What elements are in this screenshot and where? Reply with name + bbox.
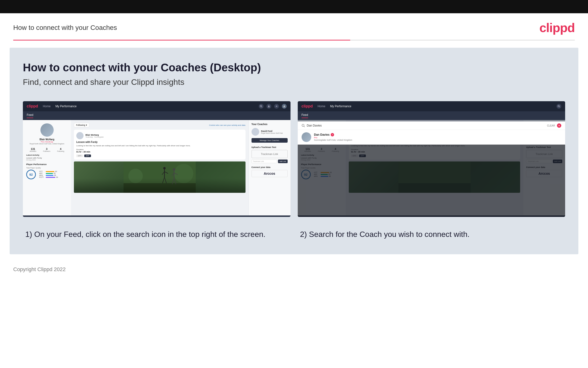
followers-label: Followers: [43, 150, 50, 152]
top-bar: [0, 0, 588, 13]
mock-content-1: Blair McHarg Plus Handicap Royal North D…: [23, 120, 290, 215]
content-title: How to connect with your Coaches (Deskto…: [23, 61, 565, 74]
screenshot-2: clippd Home My Performance Feed: [298, 101, 565, 217]
post-avatar: [76, 132, 84, 139]
post-user-name: Blair McHarg: [86, 134, 104, 136]
svg-point-9: [163, 167, 166, 169]
lesson-title: Lesson with Fordy: [76, 141, 243, 143]
activities-count: 131: [30, 147, 36, 150]
mock-logo-1: clippd: [27, 104, 38, 109]
trackman-input-row: Trackman Link Add Link: [252, 159, 288, 163]
following-label: Following: [57, 150, 64, 152]
duration-value: 01 hr : 30 min: [76, 151, 90, 153]
search-overlay: Dan Davies CLEAR × Dan Davies: [298, 121, 565, 217]
mock-nav-icons: [259, 104, 287, 109]
arccos-logo: Arccos: [252, 170, 288, 177]
header-divider: [13, 40, 575, 40]
search-icon-2[interactable]: [556, 104, 561, 109]
stat-followers: 3 Followers: [43, 147, 50, 152]
search-icon[interactable]: [259, 104, 263, 109]
avatar-icon[interactable]: [282, 104, 287, 109]
player-perf-title: Player Performance: [26, 163, 68, 166]
user-name: Blair McHarg: [39, 138, 54, 141]
coach-club: Royal North Devon Golf Club: [261, 132, 283, 134]
control-link[interactable]: Control who can see your activity and da…: [209, 124, 246, 126]
svg-line-22: [559, 107, 560, 108]
result-avatar: [302, 132, 311, 142]
search-result-item[interactable]: Dan Davies ✓ Pro Sunningdale Golf Club, …: [298, 130, 565, 145]
svg-line-1: [261, 107, 262, 108]
steps-row: 1) On your Feed, click on the search ico…: [23, 229, 565, 240]
coach-name: David Ford: [261, 130, 283, 132]
mock-nav-performance-2: My Performance: [330, 105, 351, 108]
stat-activities: 131 Activities: [30, 147, 36, 152]
footer: Copyright Clippd 2022: [0, 261, 588, 277]
page-title: How to connect with your Coaches: [13, 24, 117, 32]
step-2-description: 2) Search for the Coach you wish to conn…: [298, 229, 565, 240]
mock-browser-1: clippd Home My Performance: [23, 101, 290, 217]
mock-logo-2: clippd: [302, 104, 313, 109]
header: How to connect with your Coaches clippd: [0, 13, 588, 40]
stat-following: 4 Following: [57, 147, 64, 152]
ott-bar: OTT 90: [39, 171, 58, 172]
user-avatar: [40, 123, 54, 137]
followers-count: 3: [43, 147, 50, 150]
step-1-description: 1) On your Feed, click on the search ico…: [23, 229, 290, 240]
following-count: 4: [57, 147, 64, 150]
following-label: Following: [76, 124, 85, 126]
app-bar: APP 85: [39, 173, 58, 174]
trackman-title: Upload a Trackman Test: [252, 146, 288, 148]
svg-point-3: [276, 106, 277, 107]
user-location: Royal North Devon Golf Club, United King…: [30, 143, 64, 145]
clippd-logo: clippd: [539, 20, 575, 35]
manage-coaches-button[interactable]: Manage Your Coaches: [252, 138, 288, 143]
search-results: Dan Davies ✓ Pro Sunningdale Golf Club, …: [298, 130, 565, 145]
result-name: Dan Davies ✓: [314, 133, 352, 136]
following-bar: Following ▾ Control who can see your act…: [74, 123, 246, 127]
search-bar: Dan Davies CLEAR ×: [298, 121, 565, 130]
svg-line-26: [304, 126, 305, 127]
feed-tab-label-2: Feed: [302, 113, 308, 118]
main-content: How to connect with your Coaches (Deskto…: [10, 48, 578, 254]
perf-bars: OTT 90 APP 85: [39, 171, 58, 178]
close-icon: ×: [558, 124, 560, 127]
mock-browser-2: clippd Home My Performance Feed: [298, 101, 565, 217]
add-link-button[interactable]: Add Link: [278, 159, 287, 163]
coach-avatar: [252, 128, 259, 136]
mock-feed-tab: Feed: [23, 111, 290, 120]
mock-left-panel-1: Blair McHarg Plus Handicap Royal North D…: [23, 120, 71, 215]
mock-right-panel-1: Your Coaches David Ford Royal North Devo…: [248, 120, 290, 215]
user-stats: 131 Activities 3 Followers 4 Following: [26, 147, 68, 152]
mock-nav-2: clippd Home My Performance: [298, 101, 565, 111]
activities-label: Activities: [30, 150, 36, 152]
coach-info: David Ford Royal North Devon Golf Club: [261, 130, 283, 134]
settings-icon[interactable]: [274, 104, 279, 109]
post-buttons: OTT APP: [76, 155, 243, 157]
copyright-text: Copyright Clippd 2022: [13, 266, 66, 272]
player-performance-section: Player Performance Total Player Quality …: [26, 163, 68, 179]
ott-button[interactable]: OTT: [76, 155, 83, 157]
post-header: Blair McHarg Yesterday · Sunningdale: [76, 132, 243, 139]
close-button[interactable]: ×: [557, 123, 561, 128]
arg-bar: ARG 86: [39, 175, 58, 176]
user-icon[interactable]: [266, 104, 271, 109]
feed-tab-label[interactable]: Feed: [27, 113, 33, 118]
mock-nav-home-2: Home: [318, 105, 325, 108]
result-club: Sunningdale Golf Club, United Kingdom: [314, 139, 352, 141]
post-duration: Duration 01 hr : 30 min: [76, 148, 243, 153]
step-2-text: 2) Search for the Coach you wish to conn…: [300, 229, 563, 240]
player-score: 92: [26, 170, 36, 179]
mock-middle-panel-1: Following ▾ Control who can see your act…: [71, 120, 248, 215]
following-button[interactable]: Following ▾: [74, 123, 89, 127]
clear-label[interactable]: CLEAR: [547, 124, 555, 127]
trackman-input[interactable]: Trackman Link: [252, 159, 277, 163]
latest-activity-label: Latest Activity: [26, 154, 68, 156]
verified-badge: ✓: [331, 133, 334, 136]
mock-nav-icons-2: [556, 104, 561, 109]
connect-data-title: Connect your data: [252, 166, 288, 168]
svg-point-25: [302, 124, 304, 127]
golf-image: [74, 161, 246, 193]
app-button[interactable]: APP: [84, 155, 91, 157]
screenshot-1: clippd Home My Performance: [23, 101, 290, 217]
post-meta: Yesterday · Sunningdale: [86, 136, 104, 138]
